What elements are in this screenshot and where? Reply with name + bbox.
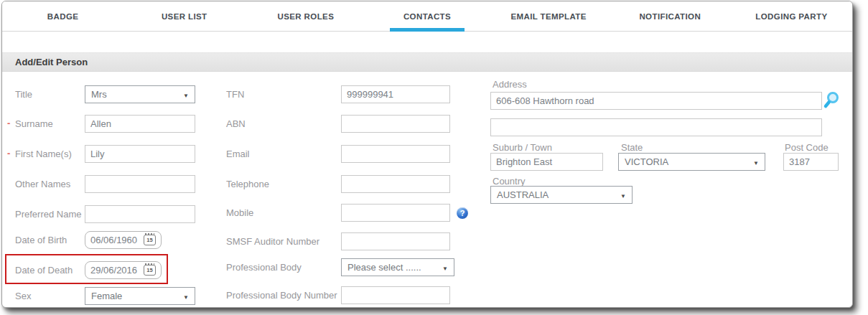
other-names-input[interactable] [85, 175, 195, 193]
chevron-down-icon [442, 262, 448, 273]
help-icon[interactable] [457, 207, 468, 219]
title-select[interactable]: Mrs [85, 85, 195, 103]
surname-label-text: Surname [15, 118, 53, 129]
other-names-label: Other Names [15, 179, 85, 189]
tab-notification[interactable]: NOTIFICATION [610, 1, 731, 31]
smsf-auditor-number-label: SMSF Auditor Number [226, 236, 341, 247]
date-of-birth-label: Date of Birth [15, 235, 85, 245]
professional-body-select-value: Please select ...... [347, 262, 421, 273]
date-of-death-input[interactable]: 29/06/2016 15 [85, 261, 162, 279]
first-names-label: - First Name(s) [15, 149, 85, 159]
state-label: State [621, 142, 643, 153]
country-label: Country [493, 176, 526, 187]
mobile-input[interactable] [341, 204, 450, 222]
date-of-birth-value: 06/06/1960 [90, 235, 137, 245]
title-select-value: Mrs [91, 89, 107, 100]
sex-select[interactable]: Female [85, 287, 195, 305]
sex-label: Sex [15, 291, 85, 301]
country-select-value: AUSTRALIA [497, 189, 549, 200]
date-of-birth-input[interactable]: 06/06/1960 15 [85, 231, 162, 249]
state-select[interactable]: VICTORIA [618, 153, 765, 171]
chevron-down-icon [620, 189, 626, 200]
address-line2-input[interactable] [490, 118, 822, 136]
abn-input[interactable] [341, 115, 450, 133]
tfn-input[interactable] [341, 85, 450, 103]
email-input[interactable] [341, 145, 450, 163]
add-edit-person-form: Title Mrs - Surname - First Name(s) Othe… [2, 73, 852, 307]
tab-contacts[interactable]: CONTACTS [366, 1, 487, 31]
email-label: Email [226, 149, 341, 159]
preferred-name-input[interactable] [85, 205, 195, 223]
country-select[interactable]: AUSTRALIA [490, 186, 633, 204]
chevron-down-icon [183, 291, 189, 301]
telephone-input[interactable] [341, 175, 450, 193]
surname-input[interactable] [85, 115, 195, 133]
tab-user-roles[interactable]: USER ROLES [245, 1, 366, 31]
required-marker: - [7, 148, 10, 159]
tab-bar: BADGE USER LIST USER ROLES CONTACTS EMAI… [2, 1, 852, 32]
address-line1-input[interactable] [490, 92, 822, 110]
abn-label: ABN [226, 118, 341, 129]
professional-body-select[interactable]: Please select ...... [341, 258, 454, 276]
date-of-death-value: 29/06/2016 [90, 265, 137, 276]
title-label: Title [15, 89, 85, 100]
tab-badge[interactable]: BADGE [2, 1, 123, 31]
calendar-icon-day: 15 [146, 267, 152, 273]
app-window: BADGE USER LIST USER ROLES CONTACTS EMAI… [1, 1, 853, 308]
professional-body-number-label: Professional Body Number [226, 290, 341, 301]
tab-email-template[interactable]: EMAIL TEMPLATE [488, 1, 610, 31]
sex-select-value: Female [91, 291, 122, 301]
post-code-label: Post Code [785, 142, 829, 153]
post-code-input[interactable] [783, 153, 839, 171]
address-label: Address [493, 79, 527, 90]
chevron-down-icon [753, 156, 759, 167]
suburb-input[interactable] [490, 153, 603, 171]
calendar-icon[interactable]: 15 [144, 235, 156, 245]
professional-body-number-input[interactable] [341, 286, 450, 304]
surname-label: - Surname [15, 118, 85, 129]
telephone-label: Telephone [226, 179, 341, 189]
section-header: Add/Edit Person [2, 52, 852, 72]
state-select-value: VICTORIA [625, 156, 668, 167]
smsf-auditor-number-input[interactable] [341, 232, 450, 250]
date-of-death-label: Date of Death [15, 265, 85, 276]
mobile-label: Mobile [226, 207, 341, 218]
tab-user-list[interactable]: USER LIST [123, 1, 245, 31]
search-icon[interactable] [822, 90, 841, 111]
preferred-name-label: Preferred Name [15, 209, 85, 220]
first-names-label-text: First Name(s) [15, 149, 72, 159]
first-names-input[interactable] [85, 145, 195, 163]
tfn-label: TFN [226, 89, 341, 100]
calendar-icon[interactable]: 15 [144, 265, 156, 276]
professional-body-label: Professional Body [226, 262, 341, 273]
chevron-down-icon [183, 89, 189, 100]
calendar-icon-day: 15 [146, 237, 152, 243]
tab-lodging-party[interactable]: LODGING PARTY [731, 1, 852, 31]
suburb-label: Suburb / Town [493, 142, 552, 153]
required-marker: - [7, 118, 10, 128]
